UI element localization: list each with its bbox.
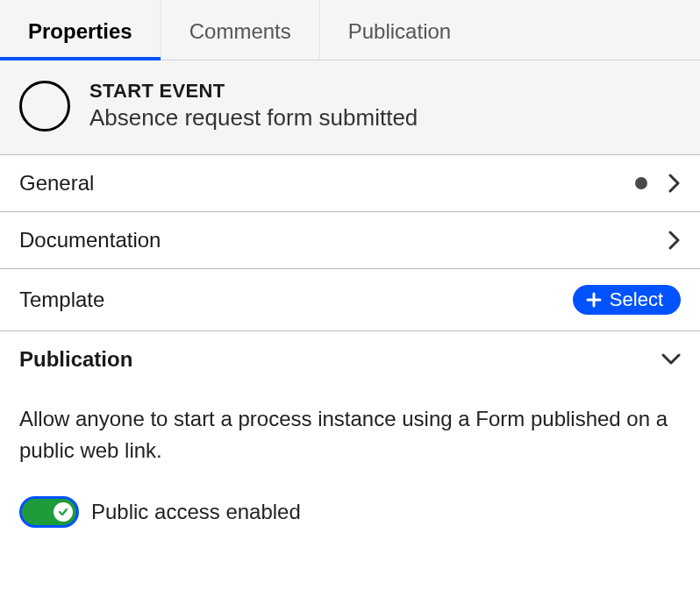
select-template-button[interactable]: Select <box>573 285 681 315</box>
tabs-bar: Properties Comments Publication <box>0 0 700 60</box>
section-publication-body: Allow anyone to start a process instance… <box>0 387 700 549</box>
chevron-right-icon <box>668 174 681 193</box>
section-publication-header[interactable]: Publication <box>0 331 700 387</box>
check-icon <box>58 507 68 517</box>
section-template[interactable]: Template Select <box>0 269 700 331</box>
section-documentation-label: Documentation <box>19 228 161 252</box>
element-type-label: START EVENT <box>89 80 418 103</box>
plus-icon <box>585 291 603 309</box>
chevron-right-icon <box>668 231 681 250</box>
chevron-down-icon <box>661 353 681 366</box>
publication-description: Allow anyone to start a process instance… <box>19 403 681 466</box>
toggle-knob-icon <box>54 502 73 522</box>
element-title: Absence request form submitted <box>89 104 418 132</box>
tab-comments[interactable]: Comments <box>161 0 320 60</box>
tab-publication[interactable]: Publication <box>320 0 479 60</box>
public-access-toggle-row: Public access enabled <box>19 496 681 528</box>
public-access-toggle[interactable] <box>19 496 79 528</box>
indicator-dot-icon <box>635 177 647 189</box>
select-template-label: Select <box>610 288 663 311</box>
section-template-label: Template <box>19 288 104 312</box>
section-documentation[interactable]: Documentation <box>0 212 700 269</box>
section-general-label: General <box>19 171 94 195</box>
element-header: START EVENT Absence request form submitt… <box>0 60 700 155</box>
section-general[interactable]: General <box>0 155 700 212</box>
public-access-toggle-label: Public access enabled <box>91 500 301 524</box>
section-publication-label: Publication <box>19 347 132 372</box>
element-header-text: START EVENT Absence request form submitt… <box>89 80 418 132</box>
tab-properties[interactable]: Properties <box>0 0 161 60</box>
start-event-icon <box>19 81 70 132</box>
